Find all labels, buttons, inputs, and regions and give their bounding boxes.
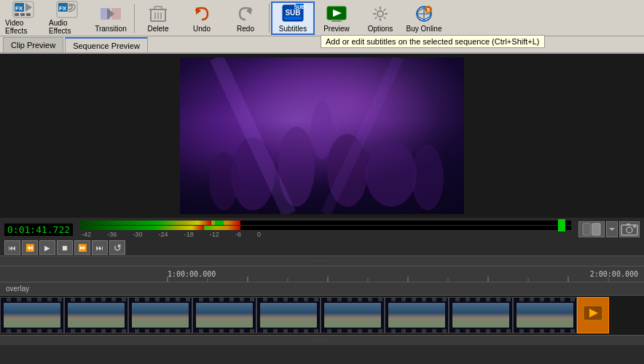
view-dropdown-button[interactable]: [606, 221, 618, 237]
audio-effects-button[interactable]: FX Audio Effects: [45, 1, 89, 35]
separator-1: [134, 4, 135, 33]
film-thumb-7: [385, 297, 449, 333]
bottom-scroll-dots: · · · · ·: [313, 336, 331, 344]
svg-rect-6: [26, 13, 31, 16]
transition-icon: [99, 4, 122, 24]
preview-label: Preview: [323, 25, 350, 33]
volume-meter-top: [80, 221, 571, 225]
delete-icon: [146, 4, 170, 24]
view-mode-button[interactable]: [578, 221, 605, 237]
transport-top: 0:01:41.722 -42 -36 -30 -24 -18: [4, 221, 640, 238]
undo-icon: [190, 4, 213, 24]
svg-text:FX: FX: [59, 5, 67, 12]
options-icon: [369, 4, 392, 24]
svg-point-46: [366, 141, 417, 207]
svg-rect-57: [627, 223, 630, 226]
svg-text:SUB: SUB: [285, 9, 300, 17]
camera-button[interactable]: [619, 221, 640, 237]
next-frame-button[interactable]: ⏩: [74, 240, 90, 255]
film-thumb-5: [256, 297, 321, 333]
film-thumb-8: [449, 297, 513, 333]
subtitles-label: Subtitles: [279, 25, 307, 33]
delete-label: Delete: [148, 25, 169, 33]
preview-icon: [325, 4, 348, 24]
film-thumb-9: [513, 297, 577, 333]
scroll-dots: · · · · ·: [313, 257, 331, 265]
audio-effects-icon: FX: [55, 1, 79, 18]
meter-label-42: -42: [82, 231, 91, 238]
svg-marker-54: [609, 228, 615, 231]
volume-meter-bottom: [80, 226, 571, 230]
svg-text:FX: FX: [15, 5, 23, 12]
film-thumb-4: [192, 297, 256, 333]
meter-labels: -42 -36 -30 -24 -18 -12 -6 0: [80, 231, 262, 238]
video-effects-icon: FX: [12, 1, 35, 18]
film-thumb-6: [321, 297, 385, 333]
video-effects-button[interactable]: FX Video Effects: [1, 1, 45, 35]
svg-rect-15: [154, 7, 162, 9]
svg-line-35: [384, 17, 386, 19]
svg-rect-28: [331, 20, 342, 22]
view-buttons: [578, 221, 640, 237]
video-effects-label: Video Effects: [5, 19, 42, 35]
timeline-ruler: 1:00:00.000 2:00:00.000: [0, 266, 644, 282]
go-to-end-button[interactable]: ⏭: [92, 240, 108, 255]
film-thumb-3: [128, 297, 192, 333]
stop-button[interactable]: ⏹: [57, 240, 73, 255]
buy-online-button[interactable]: $ Buy Online: [402, 1, 446, 35]
redo-label: Redo: [237, 25, 254, 33]
buy-online-icon: $: [412, 4, 436, 24]
meter-label-36: -36: [107, 231, 117, 238]
play-button[interactable]: ▶: [39, 240, 55, 255]
loop-button[interactable]: ↺: [109, 240, 125, 255]
prev-frame-button[interactable]: ⏪: [22, 240, 38, 255]
video-content: [180, 58, 464, 214]
svg-line-36: [384, 9, 386, 11]
subtitles-tooltip: Add or edit subtitles on the selected se…: [321, 35, 545, 48]
svg-rect-52: [583, 223, 591, 235]
redo-button[interactable]: Redo: [224, 1, 267, 35]
sequence-preview-tab[interactable]: Sequence Preview: [65, 37, 148, 52]
undo-button[interactable]: Undo: [180, 1, 224, 35]
svg-point-48: [412, 145, 444, 210]
redo-icon: [234, 4, 257, 24]
svg-point-58: [633, 225, 636, 228]
svg-rect-4: [15, 13, 19, 16]
subtitles-button[interactable]: SUB SUB Subtitles: [271, 1, 315, 35]
transport-controls: ⏮ ⏪ ▶ ⏹ ⏩ ⏭ ↺: [4, 240, 640, 255]
meter-label-18: -18: [184, 231, 194, 238]
svg-rect-53: [592, 223, 600, 235]
clip-preview-tab[interactable]: Clip Preview: [3, 37, 63, 52]
preview-area: [0, 54, 644, 218]
overlay-track-label: overlay: [0, 282, 644, 295]
meter-label-0: 0: [257, 231, 261, 238]
buy-online-label: Buy Online: [407, 25, 442, 33]
transition-button[interactable]: Transition: [89, 1, 133, 35]
film-thumb-2: [64, 297, 128, 333]
video-frame: [180, 58, 464, 214]
svg-line-37: [375, 17, 377, 19]
svg-point-29: [377, 11, 383, 17]
undo-label: Undo: [193, 25, 211, 33]
options-label: Options: [368, 25, 393, 33]
meter-label-24: -24: [159, 231, 168, 238]
svg-rect-5: [20, 13, 25, 16]
svg-point-49: [311, 101, 333, 159]
svg-point-56: [627, 227, 632, 233]
audio-effects-label: Audio Effects: [49, 19, 85, 35]
meter-label-30: -30: [133, 231, 142, 238]
delete-button[interactable]: Delete: [136, 1, 180, 35]
options-button[interactable]: Options: [358, 1, 402, 35]
separator-2: [269, 4, 270, 33]
go-to-start-button[interactable]: ⏮: [4, 240, 20, 255]
transport-bar: 0:01:41.722 -42 -36 -30 -24 -18: [0, 218, 644, 256]
svg-line-34: [375, 9, 377, 11]
filmstrip: [0, 295, 644, 335]
bottom-scroll-bar[interactable]: · · · · ·: [0, 335, 644, 345]
preview-button[interactable]: Preview: [315, 1, 358, 35]
meter-label-6: -6: [235, 231, 241, 238]
toolbar: FX Video Effects FX Audio: [0, 0, 644, 36]
overlay-label-text: overlay: [6, 285, 29, 293]
svg-point-47: [209, 152, 238, 210]
timeline-scroll-bar[interactable]: · · · · ·: [0, 256, 644, 266]
